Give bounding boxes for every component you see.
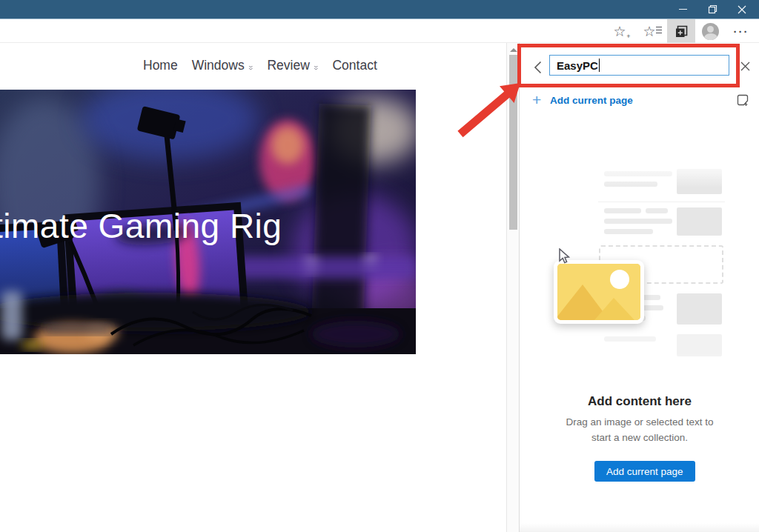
restore-icon — [708, 4, 717, 14]
plus-icon: + — [532, 91, 541, 109]
minimize-icon — [679, 9, 687, 10]
chevron-left-icon — [534, 61, 542, 74]
settings-menu-button[interactable]: ··· — [731, 21, 752, 41]
collections-add-row: + Add current page — [520, 90, 759, 111]
webpage-viewport: Home Windows ⌄⌄ Review ⌄⌄ Contact — [0, 43, 506, 532]
window-titlebar — [0, 0, 759, 19]
add-note-icon — [736, 93, 749, 107]
empty-state-description: Drag an image or selected text to start … — [520, 414, 759, 445]
favorites-list-button[interactable]: ☆ — [639, 21, 660, 41]
browser-content-area: Home Windows ⌄⌄ Review ⌄⌄ Contact — [0, 43, 759, 532]
text-caret — [599, 59, 600, 72]
profile-avatar-button[interactable] — [702, 23, 719, 40]
nav-item-review[interactable]: Review ⌄⌄ — [267, 58, 318, 73]
nav-item-contact[interactable]: Contact — [332, 58, 377, 73]
collections-panel: EasyPC + Add current page — [519, 43, 759, 532]
collections-icon — [675, 24, 689, 39]
browser-window: ☆ + ☆ ··· — [0, 0, 759, 532]
panel-bottom-fade — [520, 523, 759, 532]
add-note-button[interactable] — [736, 93, 749, 110]
vertical-scrollbar[interactable] — [506, 43, 519, 532]
restore-button[interactable] — [700, 0, 725, 19]
add-favorite-button[interactable]: ☆ + — [609, 21, 630, 41]
ellipsis-icon: ··· — [734, 25, 749, 38]
add-current-page-link[interactable]: Add current page — [550, 95, 633, 106]
hero-headline: timate Gaming Rig — [0, 206, 282, 246]
chevron-down-icon: ⌄⌄ — [314, 64, 319, 69]
minimize-button[interactable] — [670, 0, 695, 19]
star-list-icon: ☆ — [643, 24, 655, 39]
close-icon — [740, 61, 750, 71]
avatar-icon — [707, 26, 714, 33]
star-add-icon: ☆ + — [613, 24, 626, 39]
collections-back-button[interactable] — [529, 59, 546, 76]
collections-close-button[interactable] — [737, 58, 753, 74]
cursor-pointer-icon — [557, 248, 571, 267]
empty-state-heading: Add content here — [520, 394, 759, 409]
close-icon — [738, 5, 746, 14]
site-navigation: Home Windows ⌄⌄ Review ⌄⌄ Contact — [143, 58, 377, 73]
browser-toolbar: ☆ + ☆ ··· — [0, 19, 759, 43]
image-placeholder-icon — [557, 264, 640, 320]
chevron-down-icon: ⌄⌄ — [248, 64, 253, 69]
close-window-button[interactable] — [729, 0, 755, 19]
hero-image: timate Gaming Rig — [0, 90, 416, 354]
nav-item-windows[interactable]: Windows ⌄⌄ — [192, 58, 253, 73]
scroll-up-arrow-icon[interactable] — [510, 48, 517, 52]
collections-button[interactable] — [667, 19, 695, 43]
dragged-image-card — [554, 260, 644, 324]
add-current-page-button[interactable]: Add current page — [594, 461, 695, 482]
collection-title-input[interactable]: EasyPC — [549, 55, 729, 76]
nav-item-home[interactable]: Home — [143, 58, 178, 73]
scrollbar-thumb[interactable] — [509, 55, 517, 230]
